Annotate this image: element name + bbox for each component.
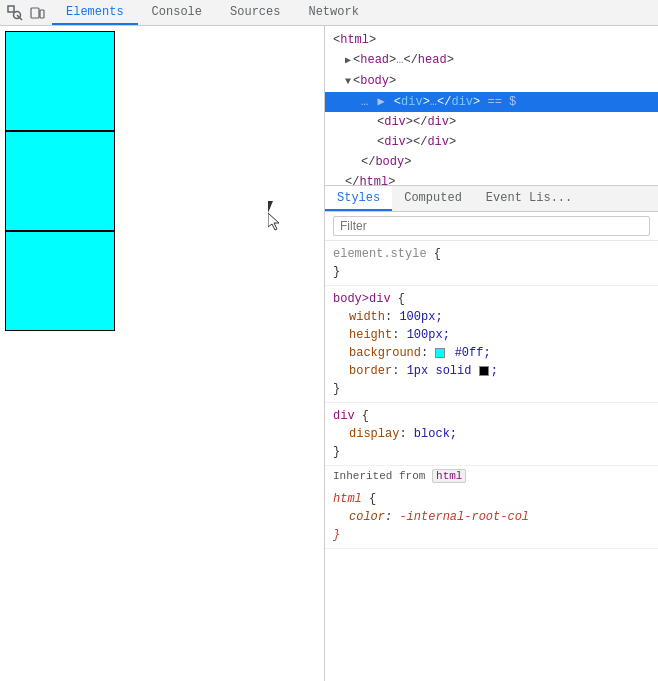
dom-line-div-1: <div></div> bbox=[325, 112, 658, 132]
svg-rect-4 bbox=[40, 10, 44, 18]
device-toggle-icon[interactable] bbox=[28, 4, 46, 22]
body-div-rule-close: } bbox=[333, 380, 650, 398]
svg-marker-5 bbox=[268, 213, 279, 230]
panel-tabs: Styles Computed Event Lis... bbox=[325, 186, 658, 212]
border-rule: border: 1px solid ; bbox=[333, 362, 650, 380]
background-rule: background: #0ff; bbox=[333, 344, 650, 362]
tab-network[interactable]: Network bbox=[294, 0, 372, 25]
preview-pane bbox=[0, 26, 325, 681]
html-selector: html bbox=[333, 492, 362, 506]
inherited-tag: html bbox=[432, 469, 466, 483]
body-div-rule: body>div { width: 100px; height: 100px; … bbox=[325, 286, 658, 403]
tab-event-listeners[interactable]: Event Lis... bbox=[474, 186, 584, 211]
dom-line-div-selected[interactable]: … ▶ <div>…</div> == $ bbox=[325, 92, 658, 112]
devtools-main-tabs: Elements Console Sources Network bbox=[52, 0, 373, 25]
filter-input[interactable] bbox=[333, 216, 650, 236]
main-content: <html> ▶<head>…</head> ▼<body> … ▶ <div>… bbox=[0, 26, 658, 681]
tab-sources[interactable]: Sources bbox=[216, 0, 294, 25]
dom-tree: <html> ▶<head>…</head> ▼<body> … ▶ <div>… bbox=[325, 26, 658, 186]
body-div-selector-line: body>div { bbox=[333, 290, 650, 308]
div-selector: div bbox=[333, 409, 355, 423]
div-selector-line: div { bbox=[333, 407, 650, 425]
cyan-boxes-container bbox=[5, 31, 115, 331]
div-rule: div { display: block; } bbox=[325, 403, 658, 466]
devtools-toolbar: Elements Console Sources Network bbox=[0, 0, 658, 26]
dom-line-body: ▼<body> bbox=[325, 71, 658, 92]
cyan-box-2 bbox=[5, 131, 115, 231]
dom-line-head: ▶<head>…</head> bbox=[325, 50, 658, 71]
border-color-swatch[interactable] bbox=[479, 366, 489, 376]
element-style-rule: element.style { } bbox=[325, 241, 658, 286]
tab-elements[interactable]: Elements bbox=[52, 0, 138, 25]
inspect-icon[interactable] bbox=[6, 4, 24, 22]
element-style-close: } bbox=[333, 263, 650, 281]
toolbar-icons bbox=[0, 4, 52, 22]
body-div-selector: body>div bbox=[333, 292, 391, 306]
dom-line-div-2: <div></div> bbox=[325, 132, 658, 152]
html-rule: html { color: -internal-root-col } bbox=[325, 486, 658, 549]
styles-pane: element.style { } body>div { width: 100p… bbox=[325, 212, 658, 681]
dom-line-body-close: </body> bbox=[325, 152, 658, 172]
svg-rect-3 bbox=[31, 8, 39, 18]
cyan-box-3 bbox=[5, 231, 115, 331]
dom-line-html: <html> bbox=[325, 30, 658, 50]
display-rule: display: block; bbox=[333, 425, 650, 443]
tab-console[interactable]: Console bbox=[138, 0, 216, 25]
inherited-from-header: Inherited from html bbox=[325, 466, 658, 486]
cyan-box-1 bbox=[5, 31, 115, 131]
html-rule-close: } bbox=[333, 526, 650, 544]
element-style-selector: element.style { bbox=[333, 245, 650, 263]
filter-bar bbox=[325, 212, 658, 241]
tab-computed[interactable]: Computed bbox=[392, 186, 474, 211]
color-rule: color: -internal-root-col bbox=[333, 508, 650, 526]
tab-styles[interactable]: Styles bbox=[325, 186, 392, 211]
devtools-panel: <html> ▶<head>…</head> ▼<body> … ▶ <div>… bbox=[325, 26, 658, 681]
html-selector-line: html { bbox=[333, 490, 650, 508]
color-swatch[interactable] bbox=[435, 348, 445, 358]
svg-rect-0 bbox=[8, 6, 14, 12]
div-rule-close: } bbox=[333, 443, 650, 461]
width-rule: width: 100px; bbox=[333, 308, 650, 326]
height-rule: height: 100px; bbox=[333, 326, 650, 344]
dom-line-html-close: </html> bbox=[325, 172, 658, 186]
